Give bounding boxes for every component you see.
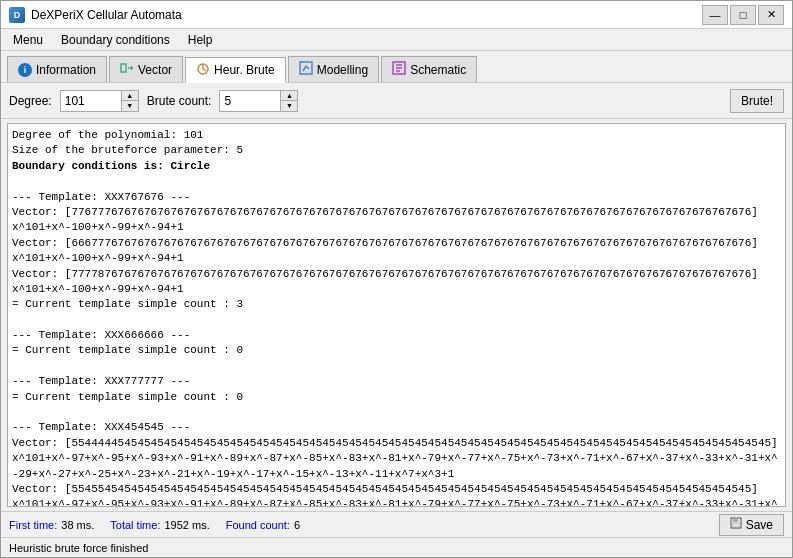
svg-line-7: [303, 66, 306, 71]
content-area[interactable]: Degree of the polynomial: 101 Size of th…: [7, 123, 786, 507]
brute-count-label: Brute count:: [147, 94, 212, 108]
footer-bar: Heuristic brute force finished: [1, 537, 792, 557]
tab-vector-label: Vector: [138, 63, 172, 77]
degree-down-button[interactable]: ▼: [122, 100, 138, 111]
menu-item-menu[interactable]: Menu: [5, 31, 51, 49]
degree-input[interactable]: [61, 91, 121, 111]
app-icon: D: [9, 7, 25, 23]
tab-modelling[interactable]: Modelling: [288, 56, 379, 82]
controls-bar: Degree: ▲ ▼ Brute count: ▲ ▼ Brute!: [1, 83, 792, 119]
total-time-item: Total time: 1952 ms.: [110, 519, 209, 531]
modelling-icon: [299, 61, 313, 78]
brute-count-up-button[interactable]: ▲: [281, 91, 297, 101]
tab-information-label: Information: [36, 63, 96, 77]
close-button[interactable]: ✕: [758, 5, 784, 25]
save-icon: [730, 517, 742, 532]
tab-modelling-label: Modelling: [317, 63, 368, 77]
title-bar-controls: — □ ✕: [702, 5, 784, 25]
save-button-label: Save: [746, 518, 773, 532]
found-count-label: Found count:: [226, 519, 290, 531]
brute-count-down-button[interactable]: ▼: [281, 100, 297, 111]
found-count-item: Found count: 6: [226, 519, 300, 531]
main-window: D DeXPeriX Cellular Automata — □ ✕ Menu …: [0, 0, 793, 558]
svg-marker-2: [131, 65, 133, 71]
degree-label: Degree:: [9, 94, 52, 108]
svg-line-8: [306, 66, 309, 69]
heur-icon: [196, 62, 210, 79]
tab-schematic-label: Schematic: [410, 63, 466, 77]
tabs-bar: i Information Vector Heur. Brute: [1, 51, 792, 83]
first-time-item: First time: 38 ms.: [9, 519, 94, 531]
brute-button-label: Brute!: [741, 94, 773, 108]
brute-button[interactable]: Brute!: [730, 89, 784, 113]
info-icon: i: [18, 63, 32, 77]
schematic-icon: [392, 61, 406, 78]
window-title: DeXPeriX Cellular Automata: [31, 8, 182, 22]
menu-bar: Menu Boundary conditions Help: [1, 29, 792, 51]
total-time-label: Total time:: [110, 519, 160, 531]
title-bar-left: D DeXPeriX Cellular Automata: [9, 7, 182, 23]
svg-rect-0: [121, 64, 126, 72]
minimize-button[interactable]: —: [702, 5, 728, 25]
brute-count-input[interactable]: [220, 91, 280, 111]
brute-count-spinbox-buttons: ▲ ▼: [280, 91, 297, 111]
tab-information[interactable]: i Information: [7, 56, 107, 82]
total-time-value: 1952 ms.: [164, 519, 209, 531]
menu-item-boundary[interactable]: Boundary conditions: [53, 31, 178, 49]
svg-rect-14: [733, 518, 738, 522]
degree-up-button[interactable]: ▲: [122, 91, 138, 101]
maximize-button[interactable]: □: [730, 5, 756, 25]
svg-line-5: [203, 69, 206, 71]
content-text: Degree of the polynomial: 101 Size of th…: [12, 128, 781, 507]
first-time-value: 38 ms.: [61, 519, 94, 531]
brute-count-spinbox[interactable]: ▲ ▼: [219, 90, 298, 112]
svg-rect-15: [732, 523, 740, 527]
first-time-label: First time:: [9, 519, 57, 531]
tab-heur-brute-label: Heur. Brute: [214, 63, 275, 77]
save-button[interactable]: Save: [719, 514, 784, 536]
found-count-value: 6: [294, 519, 300, 531]
title-bar: D DeXPeriX Cellular Automata — □ ✕: [1, 1, 792, 29]
status-bar: First time: 38 ms. Total time: 1952 ms. …: [1, 511, 792, 537]
svg-rect-6: [300, 62, 312, 74]
tab-heur-brute[interactable]: Heur. Brute: [185, 57, 286, 83]
degree-spinbox-buttons: ▲ ▼: [121, 91, 138, 111]
tab-vector[interactable]: Vector: [109, 56, 183, 82]
footer-text: Heuristic brute force finished: [9, 542, 148, 554]
menu-item-help[interactable]: Help: [180, 31, 221, 49]
vector-icon: [120, 61, 134, 78]
tab-schematic[interactable]: Schematic: [381, 56, 477, 82]
degree-spinbox[interactable]: ▲ ▼: [60, 90, 139, 112]
